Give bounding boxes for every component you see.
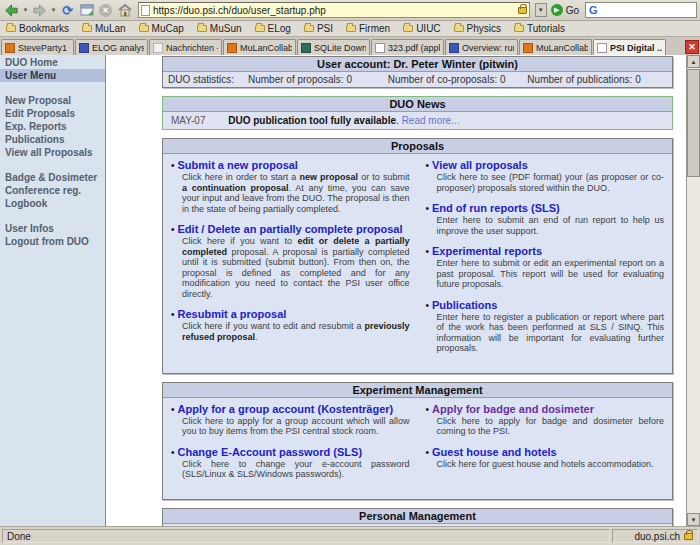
folder-icon bbox=[139, 25, 149, 32]
home-icon bbox=[118, 4, 132, 17]
vertical-scrollbar[interactable]: ▲ ▼ bbox=[686, 55, 700, 526]
url-history-dropdown[interactable]: ▼ bbox=[535, 3, 547, 17]
guest-house-link[interactable]: Guest house and hotels bbox=[432, 446, 557, 458]
status-domain: duo.psi.ch bbox=[612, 529, 698, 543]
news-item: MAY-07 DUO publication tool fully availa… bbox=[163, 112, 672, 129]
bullet-icon: • bbox=[171, 404, 175, 415]
go-button[interactable]: ▶ Go bbox=[549, 4, 583, 16]
sidebar-item-duo-home[interactable]: DUO Home bbox=[0, 56, 105, 69]
list-item: •End of run reports (SLS) Enter here to … bbox=[426, 202, 665, 236]
tab-sqlite[interactable]: SQLite Downlo... bbox=[297, 39, 370, 55]
new-window-button[interactable] bbox=[78, 2, 95, 19]
badge-dosimeter-link[interactable]: Apply for badge and dosimeter bbox=[432, 403, 594, 415]
experimental-reports-link[interactable]: Experimental reports bbox=[432, 245, 542, 257]
scrollbar-thumb[interactable] bbox=[687, 69, 700, 177]
tab-nachrichten[interactable]: Nachrichten - ... bbox=[149, 39, 222, 55]
experiment-management-body: •Apply for a group account (Kostenträger… bbox=[163, 398, 672, 499]
sidebar-item-logout[interactable]: Logout from DUO bbox=[0, 235, 105, 248]
bookmark-folder[interactable]: MuCap bbox=[139, 23, 184, 34]
ssl-lock-icon bbox=[684, 533, 693, 540]
bullet-icon: • bbox=[426, 404, 430, 415]
home-button[interactable] bbox=[116, 2, 133, 19]
sidebar-item-edit-proposals[interactable]: Edit Proposals bbox=[0, 107, 105, 120]
edit-delete-proposal-link[interactable]: Edit / Delete an partially complete prop… bbox=[178, 223, 403, 235]
view-all-proposals-link[interactable]: View all proposals bbox=[432, 159, 528, 171]
document-favicon bbox=[597, 43, 607, 53]
publications-link[interactable]: Publications bbox=[432, 299, 497, 311]
tab-overview-run[interactable]: Overview: run ... bbox=[445, 39, 518, 55]
close-tab-button[interactable]: ✕ bbox=[685, 40, 699, 54]
folder-icon bbox=[403, 25, 413, 32]
url-bar[interactable]: https://duo.psi.ch/duo/user_startup.php bbox=[138, 2, 530, 18]
tab-mulancollab-1[interactable]: MuLanCollabM... bbox=[223, 39, 296, 55]
list-item: •Guest house and hotels Click here for g… bbox=[426, 446, 665, 470]
folder-icon bbox=[346, 25, 356, 32]
scroll-down-button[interactable]: ▼ bbox=[687, 513, 700, 526]
sqlite-favicon bbox=[301, 43, 311, 53]
resubmit-proposal-link[interactable]: Resubmit a proposal bbox=[178, 308, 287, 320]
sidebar-item-conference-reg[interactable]: Conference reg. bbox=[0, 184, 105, 197]
tab-mulancollab-2[interactable]: MuLanCollabM... bbox=[519, 39, 592, 55]
bookmark-folder[interactable]: PSI bbox=[304, 23, 333, 34]
change-eaccount-password-link[interactable]: Change E-Account password (SLS) bbox=[178, 446, 363, 458]
google-icon: G bbox=[589, 4, 598, 16]
back-button[interactable] bbox=[3, 2, 20, 19]
stop-button[interactable]: ✕ bbox=[97, 2, 114, 19]
sidebar-item-user-infos[interactable]: User Infos bbox=[0, 222, 105, 235]
group-account-link[interactable]: Apply for a group account (Kostenträger) bbox=[178, 403, 394, 415]
bookmark-folder[interactable]: Tutorials bbox=[514, 23, 565, 34]
scroll-up-button[interactable]: ▲ bbox=[687, 55, 700, 68]
bookmark-folder[interactable]: Bookmarks bbox=[6, 23, 69, 34]
bullet-icon: • bbox=[171, 224, 175, 235]
ssl-lock-icon bbox=[518, 7, 527, 14]
submit-new-proposal-link[interactable]: Submit a new proposal bbox=[178, 159, 298, 171]
bookmark-folder[interactable]: MuLan bbox=[82, 23, 126, 34]
sidebar-item-logbook[interactable]: Logbook bbox=[0, 197, 105, 210]
folder-icon bbox=[197, 25, 207, 32]
stat-co-proposals: Number of co-proposals: 0 bbox=[388, 74, 528, 85]
page-icon bbox=[141, 5, 150, 16]
url-text[interactable]: https://duo.psi.ch/duo/user_startup.php bbox=[153, 5, 515, 16]
bookmark-folder[interactable]: Physics bbox=[454, 23, 501, 34]
sidebar-item-badge-dosimeter[interactable]: Badge & Dosimeter bbox=[0, 171, 105, 184]
orange-favicon bbox=[5, 43, 15, 53]
sidebar-item-new-proposal[interactable]: New Proposal bbox=[0, 94, 105, 107]
forward-dropdown[interactable]: ▼ bbox=[50, 7, 57, 13]
bookmark-folder[interactable]: MuSun bbox=[197, 23, 242, 34]
scrollbar-track[interactable] bbox=[687, 177, 700, 513]
sidebar-item-user-menu[interactable]: User Menu bbox=[0, 69, 105, 82]
tab-steveparty[interactable]: SteveParty1 <... bbox=[1, 39, 74, 55]
reload-icon: ⟳ bbox=[62, 4, 73, 17]
tab-pdf[interactable]: 323.pdf (appli... bbox=[371, 39, 444, 55]
item-description: Enter here to submit or edit an experime… bbox=[437, 258, 665, 290]
read-more-link[interactable]: Read more... bbox=[402, 115, 460, 126]
sidebar-item-exp-reports[interactable]: Exp. Reports bbox=[0, 120, 105, 133]
go-icon: ▶ bbox=[551, 4, 563, 16]
bookmark-folder[interactable]: UIUC bbox=[403, 23, 440, 34]
reload-button[interactable]: ⟳ bbox=[59, 2, 76, 19]
list-item: •Experimental reports Enter here to subm… bbox=[426, 245, 665, 290]
proposals-section: Proposals •Submit a new proposal Click h… bbox=[162, 138, 673, 374]
bookmark-folder[interactable]: Firmen bbox=[346, 23, 390, 34]
stat-proposals: Number of proposals: 0 bbox=[248, 74, 388, 85]
experiment-management-section: Experiment Management •Apply for a group… bbox=[162, 382, 673, 500]
tab-elog-analysis[interactable]: ELOG analysis... bbox=[75, 39, 148, 55]
end-of-run-reports-link[interactable]: End of run reports (SLS) bbox=[432, 202, 560, 214]
item-description: Click here to apply for badge and dosime… bbox=[437, 416, 665, 437]
bookmark-folder[interactable]: ELog bbox=[255, 23, 291, 34]
forward-arrow-icon bbox=[32, 3, 47, 18]
sidebar-item-view-all-proposals[interactable]: View all Proposals bbox=[0, 146, 105, 159]
document-favicon bbox=[375, 43, 385, 53]
item-description: Click here to apply for a group account … bbox=[182, 416, 410, 437]
item-description: Click here for guest house and hotels ac… bbox=[437, 459, 665, 470]
blue-favicon bbox=[79, 43, 89, 53]
back-dropdown[interactable]: ▼ bbox=[22, 7, 29, 13]
navigation-toolbar: ▼ ▼ ⟳ ✕ https://duo.psi.ch/duo/user_star… bbox=[0, 0, 700, 21]
search-input[interactable]: G bbox=[585, 2, 697, 18]
item-description: Enter here to submit an end of run repor… bbox=[437, 215, 665, 236]
tab-psi-digital-active[interactable]: PSI Digital ... bbox=[593, 39, 666, 55]
forward-button[interactable] bbox=[31, 2, 48, 19]
folder-icon bbox=[304, 25, 314, 32]
window-icon bbox=[80, 4, 94, 16]
sidebar-item-publications[interactable]: Publications bbox=[0, 133, 105, 146]
